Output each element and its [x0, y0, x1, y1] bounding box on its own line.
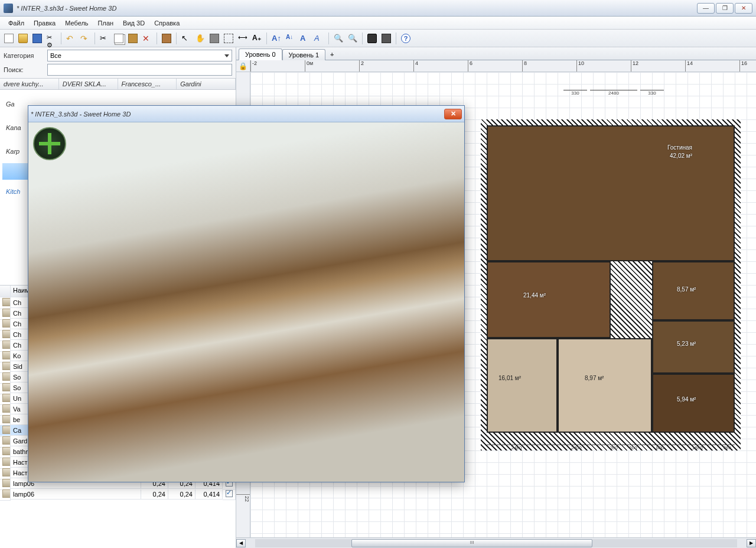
room-2[interactable]: 21,44 м²	[487, 261, 611, 338]
menu-furniture[interactable]: Мебель	[60, 18, 93, 28]
furniture-value: 0,24	[141, 489, 168, 500]
category-combo[interactable]: Все	[47, 50, 232, 61]
search-label: Поиск:	[4, 66, 45, 73]
select-tool[interactable]: ↖	[180, 32, 193, 45]
category-label: Категория	[4, 52, 45, 59]
room-7[interactable]: 5,94 м²	[652, 374, 735, 433]
create-dimensions-tool[interactable]: ⟷	[236, 32, 249, 45]
furniture-thumbnail-icon	[2, 383, 11, 391]
navigation-compass[interactable]	[33, 127, 66, 160]
open-button[interactable]	[17, 32, 30, 45]
copy-button[interactable]	[112, 32, 125, 45]
view3d-titlebar[interactable]: * INTER_3.sh3d - Sweet Home 3D ✕	[28, 106, 464, 122]
ruler-tick: 14	[685, 60, 693, 72]
scroll-right-button[interactable]: ▶	[747, 539, 756, 547]
view3d-close-button[interactable]: ✕	[444, 109, 462, 119]
floor-plan: Гостиная 42,02 м² 21,44 м² 8,57 м² 16,01…	[487, 84, 741, 450]
room-area: 8,57 м²	[677, 286, 696, 293]
paste-button[interactable]	[126, 32, 139, 45]
furniture-row[interactable]: lamp060,240,240,414	[0, 489, 236, 500]
dimension: 800	[645, 445, 675, 450]
create-photo-button[interactable]	[366, 32, 379, 45]
furniture-value: 0,414	[195, 489, 223, 500]
furniture-thumbnail-icon	[2, 330, 11, 338]
catalog-cell[interactable]: dvere kuchy...	[0, 79, 59, 89]
catalog-cell[interactable]: DVERI SKLA...	[59, 79, 118, 89]
undo-button[interactable]: ↶	[64, 32, 77, 45]
ruler-tick: -2	[250, 60, 257, 72]
furniture-thumbnail-icon	[2, 489, 11, 498]
furniture-thumbnail-icon	[2, 394, 11, 402]
save-button[interactable]	[31, 32, 44, 45]
search-input[interactable]	[47, 64, 232, 76]
furniture-thumbnail-icon	[2, 351, 11, 359]
view3d-canvas[interactable]	[28, 122, 464, 482]
create-text-tool[interactable]: A₊	[250, 32, 263, 45]
help-button[interactable]: ?	[399, 32, 412, 45]
dimension: 200	[606, 445, 621, 450]
menu-plan[interactable]: План	[93, 18, 119, 28]
plan-horizontal-scrollbar[interactable]: ◀ III ▶	[236, 537, 756, 548]
pan-tool[interactable]: ✋	[194, 32, 207, 45]
dimension: 600	[621, 445, 645, 450]
dimensions-bottom: 2480 2400 200 600 800 1880 365	[487, 445, 735, 450]
text-bigger-button[interactable]: A↑	[270, 32, 283, 45]
preferences-button[interactable]: ✂⚙	[45, 32, 58, 45]
menu-edit[interactable]: Правка	[29, 18, 60, 28]
dimension: 330	[640, 90, 664, 96]
add-level-button[interactable]: +	[325, 49, 338, 60]
scrollbar-thumb[interactable]: III	[351, 539, 592, 547]
room-5[interactable]: 8,97 м²	[558, 338, 652, 433]
room-gostinaya[interactable]: Гостиная 42,02 м²	[487, 125, 735, 261]
catalog-cell[interactable]: Gardini	[177, 79, 236, 89]
room-3[interactable]: 8,57 м²	[652, 261, 735, 320]
text-bold-button[interactable]: A	[298, 32, 311, 45]
furniture-thumbnail-icon	[2, 309, 11, 317]
create-video-button[interactable]	[380, 32, 393, 45]
app-icon	[4, 4, 13, 13]
text-italic-button[interactable]: A	[312, 32, 325, 45]
new-button[interactable]	[2, 32, 15, 45]
room-area: 21,44 м²	[523, 292, 546, 299]
zoom-in-button[interactable]: 🔍	[332, 32, 345, 45]
furniture-thumbnail-icon	[2, 458, 11, 466]
level-tab-0[interactable]: Уровень 0	[239, 48, 282, 60]
plan-lock-corner[interactable]: 🔒	[236, 60, 250, 72]
ruler-tick: 10	[576, 60, 584, 72]
minimize-button[interactable]: —	[697, 3, 715, 14]
level-tab-1[interactable]: Уровень 1	[282, 49, 326, 60]
furniture-thumbnail-icon	[2, 298, 11, 306]
furniture-thumbnail-icon	[2, 372, 11, 381]
furniture-thumbnail-icon	[2, 426, 11, 434]
menu-help[interactable]: Справка	[149, 18, 184, 28]
dropdown-caret-icon	[224, 54, 229, 57]
view3d-title: * INTER_3.sh3d - Sweet Home 3D	[31, 111, 131, 118]
catalog-cell[interactable]: Francesco_...	[118, 79, 177, 89]
furniture-thumbnail-icon	[2, 468, 11, 476]
view3d-window[interactable]: * INTER_3.sh3d - Sweet Home 3D ✕	[28, 105, 465, 482]
menubar: Файл Правка Мебель План Вид 3D Справка	[0, 17, 756, 30]
level-tabs: Уровень 0 Уровень 1 +	[236, 47, 756, 60]
visibility-checkbox[interactable]	[226, 490, 233, 497]
create-rooms-tool[interactable]	[222, 32, 235, 45]
scroll-left-button[interactable]: ◀	[236, 539, 246, 547]
main-titlebar: * INTER_3.sh3d - Sweet Home 3D — ❐ ✕	[0, 0, 756, 17]
text-smaller-button[interactable]: A↓	[284, 32, 297, 45]
menu-view3d[interactable]: Вид 3D	[118, 18, 149, 28]
create-walls-tool[interactable]	[208, 32, 221, 45]
add-furniture-button[interactable]	[160, 32, 173, 45]
toolbar: ✂⚙ ↶ ↷ ✂ ✕ ↖ ✋ ⟷ A₊ A↑ A↓ A A 🔍 🔍 ?	[0, 30, 756, 47]
room-area: 5,94 м²	[677, 396, 696, 403]
menu-file[interactable]: Файл	[4, 18, 29, 28]
delete-button[interactable]: ✕	[141, 32, 154, 45]
ruler-tick: 12	[631, 60, 638, 72]
room-4[interactable]: 16,01 м²	[487, 338, 558, 433]
maximize-button[interactable]: ❐	[716, 3, 734, 14]
furniture-thumbnail-icon	[2, 319, 11, 327]
cut-button[interactable]: ✂	[98, 32, 111, 45]
redo-button[interactable]: ↷	[79, 32, 92, 45]
close-button[interactable]: ✕	[735, 3, 752, 14]
dimension: 2400	[546, 445, 606, 450]
zoom-out-button[interactable]: 🔍	[346, 32, 359, 45]
room-6[interactable]: 5,23 м²	[652, 320, 735, 374]
